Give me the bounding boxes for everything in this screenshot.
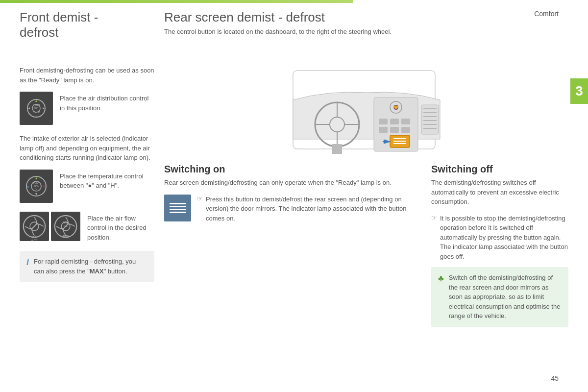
chapter-tab: 3: [570, 78, 588, 104]
page-number: 45: [551, 374, 559, 382]
svg-rect-34: [390, 119, 399, 124]
defroster-line-2: [170, 206, 186, 207]
airflow-icon-2: PUSH R/C AUTO: [51, 212, 80, 241]
instruction-row-1: PUSH O/C AUTO ↕ Place the air distributi…: [20, 92, 154, 125]
temperature-control-icon: PUSH MAX C ● H: [20, 170, 53, 203]
svg-text:↕: ↕: [36, 115, 37, 118]
top-green-bar: [0, 0, 353, 3]
defroster-line-1: [170, 203, 186, 204]
svg-rect-37: [390, 127, 399, 133]
car-diagram: 🦁: [164, 56, 568, 164]
switch-on-row: ☞ Press this button to demist/defrost th…: [164, 195, 421, 227]
svg-rect-35: [401, 119, 410, 124]
right-section-title: Rear screen demist - defrost: [164, 10, 568, 25]
instruction-row-2: PUSH MAX C ● H Place the temperature con…: [20, 170, 154, 203]
svg-text:OFF: OFF: [32, 236, 37, 238]
svg-text:R/C: R/C: [64, 225, 68, 227]
defroster-line-4: [170, 212, 186, 213]
switching-on-title: Switching on: [164, 164, 421, 175]
switching-on-section: Switching on Rear screen demisting/defro…: [164, 164, 421, 327]
left-intro-text: Front demisting-defrosting can be used a…: [20, 66, 154, 85]
svg-text:H: H: [43, 184, 46, 189]
main-layout: Front demist - defrost Front demisting-d…: [20, 10, 568, 372]
svg-rect-45: [421, 105, 439, 134]
left-column: Front demist - defrost Front demisting-d…: [20, 10, 164, 372]
right-bottom: Switching on Rear screen demisting/defro…: [164, 164, 568, 327]
switching-off-title: Switching off: [431, 164, 568, 175]
svg-text:PUSH: PUSH: [33, 182, 40, 184]
svg-text:MAX: MAX: [34, 185, 39, 187]
svg-rect-33: [379, 119, 388, 124]
defroster-lines: [170, 203, 186, 213]
switching-off-section: Switching off The demisting/defrosting s…: [431, 164, 568, 327]
chapter-number: 3: [575, 83, 583, 99]
instruction-2-text: Place the temperature control between "●…: [60, 172, 154, 191]
info-box-text: For rapid demisting - defrosting, you ca…: [34, 257, 147, 276]
svg-text:O/C: O/C: [34, 107, 39, 110]
switching-on-bullet: ☞ Press this button to demist/defrost th…: [197, 195, 421, 223]
switching-off-bullet: ☞ It is possible to stop the demisting/d…: [431, 214, 568, 262]
instruction-1-text: Place the air distribution control in th…: [60, 94, 154, 113]
body-text-1: The intake of exterior air is selected (…: [20, 134, 154, 163]
tip-box: ♣ Switch off the demisting/defrosting of…: [431, 267, 568, 327]
left-section-title: Front demist - defrost: [20, 10, 154, 40]
switching-on-intro: Rear screen demisting/defrosting can onl…: [164, 178, 421, 188]
bullet-phone-icon-1: ☞: [197, 195, 203, 202]
svg-text:PUSH: PUSH: [63, 221, 69, 224]
bullet-phone-icon-2: ☞: [431, 214, 437, 221]
airflow-icon-1: OFF AUTO: [20, 212, 49, 241]
svg-rect-29: [332, 144, 342, 154]
air-distribution-icon: PUSH O/C AUTO ↕: [20, 92, 53, 125]
svg-text:AUTO: AUTO: [33, 110, 40, 113]
right-section-subtitle: The control button is located on the das…: [164, 28, 568, 35]
svg-text:PUSH: PUSH: [33, 103, 40, 106]
switching-off-bullet-text: It is possible to stop the demisting/def…: [440, 214, 568, 262]
svg-rect-38: [401, 127, 410, 133]
instruction-row-3: OFF AUTO PUSH R/C AUTO: [20, 212, 154, 243]
svg-text:AUTO: AUTO: [63, 235, 69, 238]
svg-text:C: C: [35, 188, 37, 190]
info-icon: i: [26, 257, 29, 268]
rear-defroster-button-icon: [164, 195, 191, 221]
svg-text:AUTO: AUTO: [31, 239, 38, 241]
svg-text:🦁: 🦁: [393, 104, 399, 111]
switching-on-bullet-text: Press this button to demist/defrost the …: [206, 195, 421, 223]
switching-off-intro: The demisting/defrosting switches off au…: [431, 178, 568, 207]
defroster-line-3: [170, 209, 186, 210]
svg-rect-36: [379, 127, 388, 133]
tip-text: Switch off the demisting/defrosting of t…: [449, 273, 562, 321]
right-column: Rear screen demist - defrost The control…: [164, 10, 568, 372]
airflow-icons: OFF AUTO PUSH R/C AUTO: [20, 212, 80, 241]
svg-text:●: ●: [27, 185, 29, 188]
instruction-3-text: Place the air flow control in the desire…: [87, 214, 154, 243]
info-box: i For rapid demisting - defrosting, you …: [20, 251, 154, 282]
tip-icon: ♣: [438, 273, 444, 284]
